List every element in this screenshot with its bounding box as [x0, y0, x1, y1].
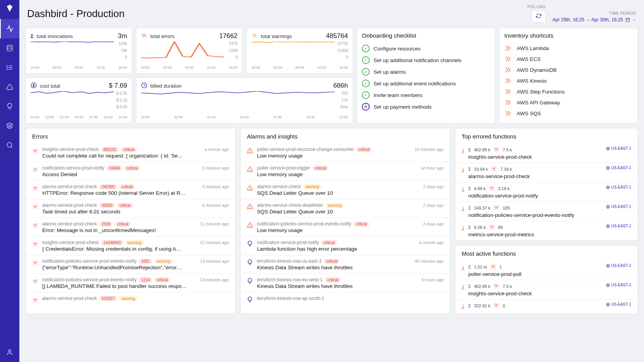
inventory-item[interactable]: AWS SQS	[504, 108, 633, 119]
alarm-time: a minute ago	[419, 240, 444, 245]
error-row[interactable]: alarms-service-prod-check 2539 critical …	[26, 218, 235, 236]
error-row[interactable]: notification-policies-service-prod-event…	[26, 255, 235, 274]
inventory-item[interactable]: AWS API Gateway	[504, 97, 633, 108]
onboarding-label: Set up additional event notifications	[374, 81, 456, 87]
nav-user[interactable]	[0, 343, 19, 362]
error-message: [] LAMBDA_RUNTIME Failed to post handler…	[42, 283, 229, 289]
svg-point-37	[250, 226, 250, 227]
inventory-item[interactable]: AWS Lambda	[504, 43, 633, 54]
onboarding-label: Configure resources	[374, 46, 421, 52]
bug-icon	[489, 224, 495, 231]
alarm-row[interactable]: poller-service-prod-resource-change-cons…	[241, 144, 450, 162]
fn-invocations: 9.26 k	[474, 225, 486, 230]
time-period-label: TIME PERIOD	[609, 11, 636, 16]
most-active-title: Most active functions	[455, 250, 637, 257]
logo[interactable]	[5, 4, 14, 14]
error-row[interactable]: insights-service-prod-check 14248063 war…	[26, 236, 235, 255]
lambda-icon: λ	[461, 146, 464, 155]
alarm-row[interactable]: terraform-kinesis-row-us-east-1 critical…	[241, 255, 450, 274]
error-row[interactable]: notification-policies-service-prod-event…	[26, 274, 235, 292]
error-time: 5 minutes ago	[202, 166, 229, 170]
function-row[interactable]: λ Σ4.89 k 3.18 k notification-service-pr…	[455, 182, 637, 201]
onboarding-item[interactable]: ✓ Set up additional event notifications	[362, 78, 491, 89]
inventory-item[interactable]: AWS Kinesis	[504, 75, 633, 86]
time-period-selector[interactable]: Apr 29th, 16:25 → Apr 30th, 16:25	[553, 17, 636, 23]
bug-icon	[490, 263, 496, 270]
alarm-source: poller-service-prod-trigger	[257, 165, 310, 171]
svg-point-44	[496, 207, 497, 208]
alarm-source: alarms-service-check	[257, 184, 301, 189]
refresh-button[interactable]	[532, 10, 546, 23]
function-row[interactable]: λ Σ322.91 k 0 US-EAST-1	[455, 299, 637, 314]
error-row[interactable]: alarms-service-prod-check 242395 critica…	[26, 180, 235, 199]
alarm-time: 40 minutes ago	[415, 259, 444, 263]
fn-invocations: 322.91 k	[474, 303, 490, 308]
alarm-row[interactable]: poller-service-prod-trigger critical an …	[241, 162, 450, 180]
svg-point-48	[492, 266, 494, 267]
polling-label: POLLING	[527, 5, 546, 9]
nav-search[interactable]	[0, 135, 19, 155]
nav-database[interactable]	[0, 38, 19, 58]
bulb-icon	[247, 296, 253, 304]
inventory-card: Inventory shortcuts AWS Lambda AWS ECS A…	[499, 28, 638, 123]
metric-cost[interactable]: cost total $ 7.69 $ 0.35$ 0.18$ 0.00 18:…	[26, 78, 132, 123]
function-row[interactable]: λ Σ9.26 k 89 metrics-service-prod-metric…	[455, 221, 637, 240]
error-row[interactable]: alarms-service-prod-check 519327 warning	[26, 292, 235, 307]
metric-value: 3m	[118, 32, 127, 40]
function-row[interactable]: λ Σ462.89 k 7.5 k insights-service-prod-…	[455, 280, 637, 299]
error-message: { CredentialsError: Missing credentials …	[42, 246, 229, 252]
alarm-row[interactable]: alarms-service-check-deadletter warning …	[241, 199, 450, 218]
metric-billed[interactable]: billed duration 686h 31h17h0ms 18:0022:0…	[136, 78, 353, 123]
error-source: insights-service-prod-check	[42, 240, 99, 245]
svg-point-40	[493, 168, 495, 170]
nav-bulb[interactable]	[0, 97, 19, 116]
function-row[interactable]: λ Σ149.37 k 105 notification-policies-se…	[455, 201, 637, 221]
alarms-title: Alarms and insights	[241, 133, 450, 140]
severity-badge: critical	[117, 203, 133, 208]
function-row[interactable]: λ Σ462.89 k 7.5 k insights-service-prod-…	[455, 144, 637, 163]
lambda-icon: λ	[461, 302, 464, 311]
inventory-item[interactable]: AWS DynamoDB	[504, 64, 633, 75]
fn-invocations: 149.37 k	[474, 206, 490, 210]
alarm-row[interactable]: notification-policies-service-prod-event…	[241, 218, 450, 236]
inventory-item[interactable]: AWS Step Functions	[504, 86, 633, 97]
inventory-item[interactable]: AWS ECS	[504, 54, 633, 64]
error-count-badge: 33484	[107, 166, 122, 171]
function-row[interactable]: λ Σ1.51 m 1 poller-service-prod-poll US-…	[455, 261, 637, 280]
onboarding-item[interactable]: ✕ Set up payment methods	[362, 101, 491, 113]
error-time: 5 minutes ago	[202, 203, 229, 208]
bug-icon	[32, 221, 38, 233]
aws-service-icon	[504, 88, 512, 95]
nav-list[interactable]	[0, 58, 19, 77]
onboarding-item[interactable]: ✓ Set up alarms	[362, 66, 491, 78]
onboarding-item[interactable]: ✓ Configure resources	[362, 43, 491, 54]
error-row[interactable]: notification-service-prod-notify 33484 c…	[26, 162, 235, 180]
nav-alerts[interactable]	[0, 77, 19, 97]
most-active-card: Most active functions λ Σ1.51 m 1 poller…	[455, 245, 638, 314]
metric-warnings[interactable]: total warnings 485764 21720110000 18:000…	[246, 28, 353, 74]
onboarding-item[interactable]: ✓ Invite team members	[362, 89, 491, 101]
sigma-icon: Σ	[468, 303, 471, 308]
alarm-row[interactable]: notification-service-prod-notify critica…	[241, 236, 450, 255]
svg-rect-11	[626, 18, 630, 22]
fn-region: US-EAST-1	[606, 204, 631, 209]
nav-layers[interactable]	[0, 116, 19, 135]
fn-region: US-EAST-1	[606, 224, 631, 228]
svg-point-0	[7, 45, 12, 47]
alarm-row[interactable]: alarms-service-check warning 2 days ago …	[241, 180, 450, 199]
metric-errors[interactable]: total errors 17662 237912000 18:0000:000…	[136, 28, 243, 74]
bug-icon	[491, 166, 497, 173]
error-row[interactable]: insights-service-prod-check 680101 criti…	[26, 144, 235, 162]
error-count-badge: 33583	[99, 203, 115, 208]
nav-activity[interactable]	[0, 19, 19, 38]
alarm-row[interactable]: terraform-kinesis-row-eu-west-1 critical…	[241, 274, 450, 292]
error-message: Access Denied	[42, 171, 229, 177]
error-row[interactable]: alarms-service-prod-check 33583 critical…	[26, 199, 235, 218]
onboarding-label: Invite team members	[374, 92, 422, 98]
function-row[interactable]: λ Σ19.94 k 7.18 k alarms-service-prod-ch…	[455, 163, 637, 182]
bug-icon	[493, 146, 499, 153]
metric-invocations[interactable]: Σ total invocations 3m 124k70k0 18:0000:…	[26, 28, 132, 74]
alarm-row[interactable]: terraform-kinesis-row-ap-south-1	[241, 292, 450, 307]
onboarding-item[interactable]: ✓ Set up additional notification channel…	[362, 54, 491, 66]
bug-icon	[489, 185, 495, 192]
